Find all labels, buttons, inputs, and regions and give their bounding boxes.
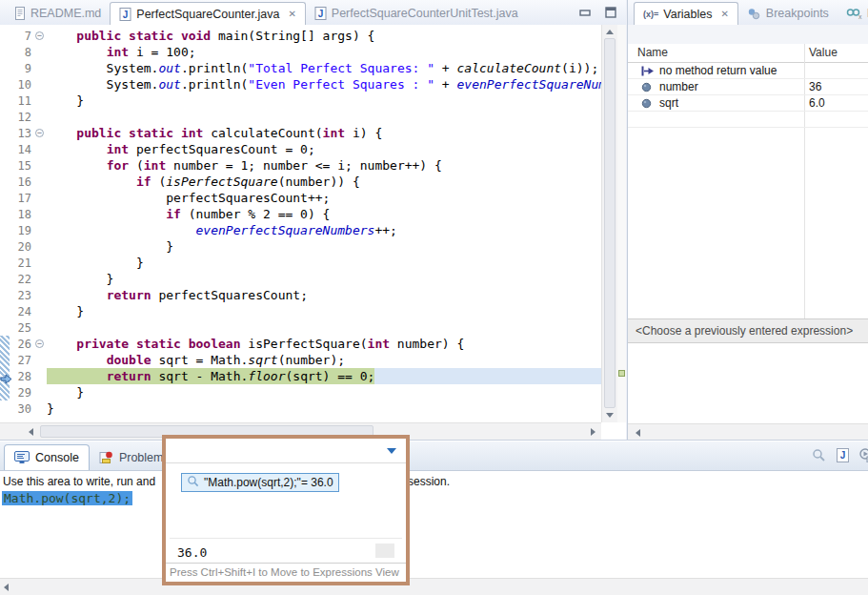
console-tab-label: Console <box>35 451 79 464</box>
variable-row-sqrt[interactable]: sqrt6.0 <box>628 95 868 112</box>
code-text[interactable]: } <box>47 303 601 319</box>
code-line-13: 13− public static int calculateCount(int… <box>0 125 601 141</box>
close-icon[interactable]: ✕ <box>288 9 295 19</box>
scroll-left-icon[interactable] <box>4 584 9 591</box>
svg-text:x: x <box>858 13 862 20</box>
varsx-icon: (x)= <box>643 10 658 19</box>
field-icon <box>641 98 656 109</box>
code-text[interactable]: System.out.println("Even Perfect Squares… <box>47 76 601 92</box>
code-line-23: 23 return perfectSquaresCount; <box>0 287 601 303</box>
editor-vertical-scrollbar[interactable] <box>601 25 617 422</box>
code-text[interactable]: } <box>47 271 601 287</box>
gutter-margin <box>0 400 10 417</box>
console-toolbar: J <box>812 448 868 466</box>
code-text[interactable]: System.out.println("Total Perfect Square… <box>47 60 601 76</box>
inspect-result-item[interactable]: "Math.pow(sqrt,2);"= 36.0 <box>181 473 339 492</box>
expressions-icon: x <box>846 8 862 20</box>
code-text[interactable]: if (number % 2 == 0) { <box>47 206 601 222</box>
minimize-icon[interactable] <box>578 5 592 22</box>
variables-horizontal-scrollbar[interactable] <box>628 423 868 440</box>
method-range-indicator <box>0 352 10 368</box>
code-line-18: 18 if (number % 2 == 0) { <box>0 206 601 222</box>
chevron-down-icon[interactable] <box>387 448 396 454</box>
scroll-right-icon[interactable] <box>591 428 595 436</box>
java-snippet-icon[interactable]: J <box>837 448 849 466</box>
code-text[interactable]: } <box>47 255 601 271</box>
editor-tab-perfectsquarecounter-java[interactable]: JPerfectSquareCounter.java✕ <box>110 2 305 25</box>
line-number: 18 <box>10 208 31 221</box>
fold-column <box>31 157 47 174</box>
code-text[interactable]: double sqrt = Math.sqrt(number); <box>47 352 601 368</box>
view-tab-label: Breakpoints <box>766 7 829 20</box>
current-line-marker[interactable] <box>618 370 625 377</box>
fold-column <box>31 76 47 92</box>
code-text[interactable]: perfectSquaresCount++; <box>47 190 601 206</box>
fold-column <box>31 319 47 336</box>
maximize-icon[interactable] <box>604 5 617 22</box>
code-text[interactable]: } <box>47 384 601 400</box>
console-horizontal-scrollbar[interactable] <box>0 578 868 595</box>
column-header-value[interactable]: Value <box>809 46 838 59</box>
code-text[interactable]: return sqrt - Math.floor(sqrt) == 0; <box>47 368 601 384</box>
code-line-24: 24 } <box>0 303 601 319</box>
fold-collapse-icon[interactable]: − <box>35 129 44 137</box>
gutter-margin <box>0 76 10 92</box>
gutter-margin <box>0 28 10 44</box>
line-number: 17 <box>10 192 31 205</box>
gutter-margin <box>0 125 10 141</box>
code-line-29: 29 } <box>0 384 601 400</box>
scroll-left-icon[interactable] <box>29 428 33 436</box>
code-text[interactable]: private static boolean isPerfectSquare(i… <box>47 336 601 352</box>
code-text[interactable]: } <box>47 400 601 417</box>
popup-scroll-corner <box>375 544 394 558</box>
fold-column <box>31 238 47 255</box>
code-text[interactable]: return perfectSquaresCount; <box>47 287 601 303</box>
svg-text:J: J <box>123 9 129 19</box>
code-text[interactable]: } <box>47 92 601 109</box>
svg-text:J: J <box>318 9 324 19</box>
scroll-down-icon[interactable] <box>606 413 614 418</box>
scroll-up-icon[interactable] <box>606 30 614 34</box>
code-line-9: 9 System.out.println("Total Perfect Squa… <box>0 60 601 76</box>
inspect-result-text: "Math.pow(sqrt,2);"= 36.0 <box>204 476 333 489</box>
field-icon <box>641 82 656 92</box>
run-snippet-icon[interactable] <box>859 448 868 466</box>
code-text[interactable]: for (int number = 1; number <= i; number… <box>47 157 601 174</box>
console-tab-console[interactable]: Console <box>4 444 90 470</box>
view-tab-expressions[interactable]: xExpressions <box>838 2 868 25</box>
search-icon[interactable] <box>812 448 826 466</box>
fold-collapse-icon[interactable]: − <box>35 31 44 40</box>
code-editor[interactable]: 7− public static void main(String[] args… <box>0 25 601 422</box>
code-text[interactable]: public static void main(String[] args) { <box>47 28 601 44</box>
editor-tab-readme-md[interactable]: README.md <box>6 2 110 25</box>
code-text[interactable]: } <box>47 238 601 255</box>
code-text[interactable]: if (isPerfectSquare(number)) { <box>47 174 601 190</box>
line-number: 20 <box>10 240 31 254</box>
expression-history-dropdown[interactable]: <Choose a previously entered expression> <box>628 318 868 343</box>
fold-column <box>31 287 47 303</box>
line-number: 12 <box>10 111 31 124</box>
variable-row-number[interactable]: number36 <box>628 79 868 95</box>
popup-combo-bar[interactable] <box>166 439 406 463</box>
fold-column <box>31 384 47 400</box>
fold-column <box>31 44 47 60</box>
close-icon[interactable]: ✕ <box>720 9 728 19</box>
scroll-left-icon[interactable] <box>636 429 640 437</box>
line-number: 22 <box>10 273 31 286</box>
variable-row-no-method-return-value[interactable]: no method return value <box>628 63 868 79</box>
vscroll-thumb[interactable] <box>604 38 616 408</box>
java-icon: J <box>314 7 327 20</box>
editor-tab-perfectsquarecounterunittest-java[interactable]: JPerfectSquareCounterUnitTest.java <box>306 2 527 25</box>
console-selected-expression[interactable]: Math.pow(sqrt,2); <box>2 491 132 505</box>
code-text[interactable]: int i = 100; <box>47 44 601 60</box>
code-text[interactable]: public static int calculateCount(int i) … <box>47 125 601 141</box>
view-tab-variables[interactable]: (x)=Variables✕ <box>634 2 738 25</box>
fold-collapse-icon[interactable]: − <box>35 339 44 348</box>
code-text[interactable]: int perfectSquaresCount = 0; <box>47 141 601 157</box>
code-line-30: 30} <box>0 400 601 417</box>
column-header-name[interactable]: Name <box>637 46 668 59</box>
view-tab-breakpoints[interactable]: Breakpoints <box>738 2 838 25</box>
editor-tab-label: PerfectSquareCounter.java <box>136 8 279 21</box>
popup-status-hint: Press Ctrl+Shift+I to Move to Expression… <box>166 563 406 582</box>
code-text[interactable]: evenPerfectSquareNumbers++; <box>47 222 601 238</box>
